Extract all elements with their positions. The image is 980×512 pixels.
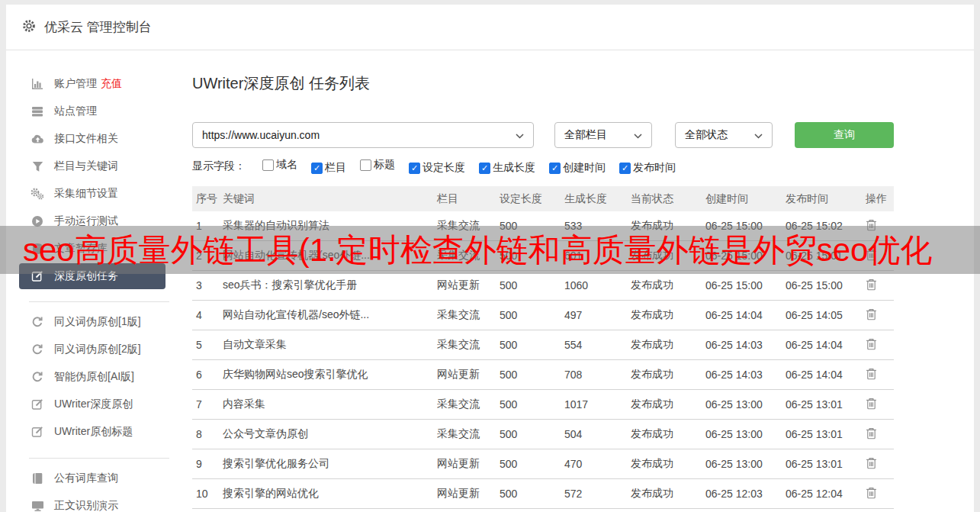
cell-action [866, 390, 894, 420]
cell-action [866, 301, 894, 330]
checkbox-unchecked-icon[interactable] [360, 159, 371, 171]
checkbox-checked-icon[interactable]: ✓ [619, 163, 631, 174]
cell-column: 网站更新 [437, 479, 500, 509]
cell-keyword: 自动文章采集 [223, 330, 437, 360]
sidebar: 账户管理充值站点管理接口文件相关栏目与关键词采集细节设置手动运行测试文章暂存库深… [6, 50, 192, 512]
cell-set-length: 500 [500, 360, 564, 390]
sidebar-item[interactable]: 智能伪原创[AI版] [6, 363, 192, 391]
sidebar-item-label: 同义词伪原创[2版] [54, 343, 141, 356]
sidebar-item[interactable]: UWriter原创标题 [6, 418, 192, 446]
delete-task-button[interactable] [866, 308, 877, 323]
cell-published: 06-25 14:04 [786, 360, 866, 390]
sidebar-item-label: 采集细节设置 [54, 187, 118, 201]
watermark-overlay: seo高质量外链工具(1.定时检查外链和高质量外链是外贸seo优化 [0, 226, 980, 274]
cell-action [866, 330, 894, 360]
table-row: 7内容采集采集交流5001017发布成功06-25 13:0006-25 13:… [192, 390, 894, 420]
delete-task-button[interactable] [866, 487, 877, 501]
table-row: 4网站自动化宣传机器/seo外链...采集交流500497发布成功06-25 1… [192, 301, 894, 330]
sidebar-item[interactable]: 同义词伪原创[2版] [6, 336, 192, 363]
site-select[interactable]: https://www.ucaiyun.com [192, 122, 534, 148]
delete-task-button[interactable] [866, 279, 877, 293]
field-checkbox-label: 栏目 [325, 161, 346, 175]
main-content: UWriter深度原创 任务列表 https://www.ucaiyun.com… [192, 50, 974, 512]
cell-column: 采集交流 [437, 301, 500, 330]
table-row: 5自动文章采集采集交流500554发布成功06-25 14:0306-25 14… [192, 330, 894, 360]
chart-icon [31, 78, 44, 90]
cell-column: 采集交流 [437, 390, 500, 420]
delete-task-button[interactable] [866, 368, 877, 382]
delete-task-button[interactable] [866, 338, 877, 353]
cell-set-length: 500 [500, 420, 564, 449]
sidebar-item[interactable]: 栏目与关键词 [6, 153, 192, 180]
sidebar-item[interactable]: 正文识别演示 [6, 492, 192, 512]
column-header: 设定长度 [500, 186, 564, 211]
sidebar-item[interactable]: 站点管理 [6, 98, 192, 125]
column-header: 关键词 [223, 186, 437, 211]
trash-icon [866, 398, 877, 412]
watermark-text: seo高质量外链工具(1.定时检查外链和高质量外链是外贸seo优化 [0, 229, 932, 272]
field-checkbox-label: 域名 [276, 158, 297, 172]
checkbox-unchecked-icon[interactable] [262, 159, 274, 171]
sidebar-item-label: 站点管理 [54, 105, 97, 118]
refresh-icon [31, 343, 44, 356]
cell-set-length: 500 [500, 330, 564, 360]
cell-published: 06-25 14:05 [786, 301, 866, 330]
funnel-icon [31, 161, 44, 172]
sidebar-item[interactable]: 账户管理充值 [6, 70, 192, 98]
delete-task-button[interactable] [866, 427, 877, 442]
column-header: 序号 [192, 186, 223, 211]
app-title: 优采云 管理控制台 [44, 18, 152, 36]
checkbox-checked-icon[interactable]: ✓ [479, 163, 490, 174]
field-checkbox[interactable]: ✓生成长度 [479, 161, 535, 175]
checkbox-checked-icon[interactable]: ✓ [409, 163, 420, 174]
refresh-icon [31, 371, 44, 383]
trash-icon [866, 279, 877, 293]
cell-published: 06-25 13:01 [786, 449, 866, 479]
field-checkbox[interactable]: ✓发布时间 [619, 161, 676, 175]
table-header-row: 序号关键词栏目设定长度生成长度当前状态创建时间发布时间操作 [192, 186, 894, 211]
sidebar-item-label: 同义词伪原创[1版] [54, 315, 141, 329]
field-checkbox[interactable]: ✓创建时间 [549, 161, 606, 175]
sidebar-item-label: 智能伪原创[AI版] [54, 370, 134, 384]
page-title: UWriter深度原创 任务列表 [192, 73, 974, 94]
cell-created: 06-25 14:03 [705, 330, 786, 360]
gears-icon [31, 188, 44, 200]
cell-created: 06-25 13:00 [705, 449, 786, 479]
query-button[interactable]: 查询 [795, 122, 894, 148]
field-checkbox[interactable]: 标题 [360, 158, 395, 172]
site-select-value: https://www.ucaiyun.com [202, 129, 320, 141]
cell-column: 网站更新 [437, 360, 500, 390]
field-checkbox[interactable]: 域名 [262, 158, 297, 172]
status-select-value: 全部状态 [685, 128, 728, 142]
cell-gen-length: 470 [564, 449, 631, 479]
cell-index: 6 [192, 360, 223, 390]
sidebar-item[interactable]: 接口文件相关 [6, 125, 192, 153]
field-checkbox[interactable]: ✓栏目 [311, 161, 346, 175]
chevron-down-icon [754, 129, 763, 141]
book-icon [31, 472, 44, 485]
status-badge: 发布成功 [631, 360, 705, 390]
filter-row: https://www.ucaiyun.com 全部栏目 全部状态 查询 [192, 122, 974, 148]
cell-set-length: 500 [500, 271, 564, 301]
sidebar-item[interactable]: 同义词伪原创[1版] [6, 308, 192, 336]
cell-gen-length: 1017 [564, 390, 631, 420]
sidebar-item[interactable]: UWriter深度原创 [6, 391, 192, 418]
sidebar-item[interactable]: 公有词库查询 [6, 465, 192, 492]
checkbox-checked-icon[interactable]: ✓ [311, 163, 323, 174]
trash-icon [866, 368, 877, 382]
sidebar-item[interactable]: 采集细节设置 [6, 180, 192, 208]
cell-index: 9 [192, 449, 223, 479]
table-row: 6庆华购物网站seo搜索引擎优化网站更新500708发布成功06-25 14:0… [192, 360, 894, 390]
column-select[interactable]: 全部栏目 [554, 122, 652, 148]
table-row: 3seo兵书：搜索引擎优化手册网站更新5001060发布成功06-25 15:0… [192, 271, 894, 301]
recharge-badge[interactable]: 充值 [101, 77, 122, 91]
cell-keyword: 公众号文章伪原创 [223, 420, 437, 449]
cell-keyword: seo兵书：搜索引擎优化手册 [223, 271, 437, 301]
delete-task-button[interactable] [866, 398, 877, 412]
trash-icon [866, 338, 877, 353]
sidebar-item-label: 账户管理 [54, 77, 97, 91]
field-checkbox[interactable]: ✓设定长度 [409, 161, 465, 175]
checkbox-checked-icon[interactable]: ✓ [549, 163, 561, 174]
status-select[interactable]: 全部状态 [675, 122, 773, 148]
delete-task-button[interactable] [866, 457, 877, 472]
